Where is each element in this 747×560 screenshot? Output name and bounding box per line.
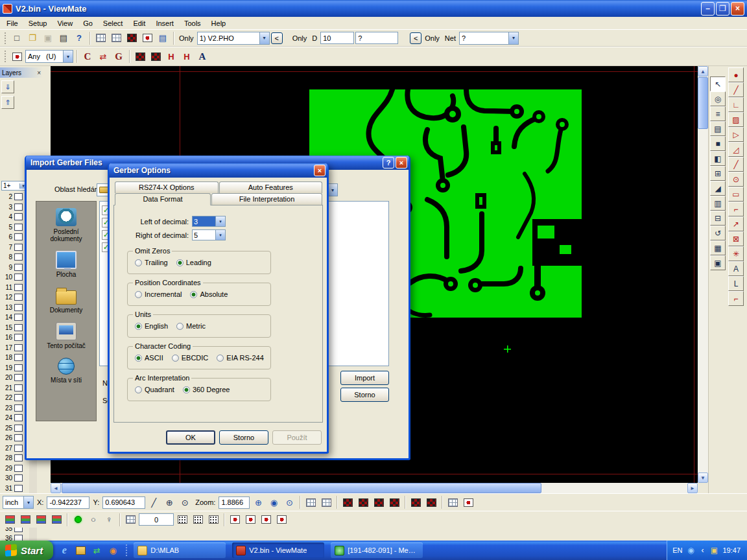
- zoom-field[interactable]: 1.8866: [219, 496, 250, 509]
- browser-quicklaunch-icon[interactable]: ◉: [106, 543, 120, 557]
- layer-stack-1-icon[interactable]: [3, 513, 17, 527]
- line-tool-icon[interactable]: ╱: [728, 82, 744, 97]
- zoom-select-icon[interactable]: ◉: [267, 495, 281, 509]
- place-documents[interactable]: Dokumenty: [38, 286, 95, 314]
- net-select-combo[interactable]: ? ▾: [459, 32, 519, 45]
- layer-swatch[interactable]: [14, 445, 23, 452]
- pad-tool-icon[interactable]: ●: [728, 67, 744, 82]
- layer-swatch[interactable]: [14, 374, 23, 381]
- taskbar-task-d-mlab[interactable]: D:\MLAB: [134, 542, 226, 558]
- zigzag-tool-icon[interactable]: ↗: [728, 216, 744, 231]
- scroll-down-icon[interactable]: ▼: [698, 472, 708, 483]
- radio-360-degree[interactable]: 360 Degree: [183, 386, 230, 393]
- select-mode-icon[interactable]: [10, 49, 24, 64]
- layer-swatch[interactable]: [14, 253, 23, 261]
- tab-auto-features[interactable]: Auto Features: [219, 181, 323, 193]
- dialog-close-button[interactable]: ×: [396, 157, 407, 169]
- dropdown-arrow-icon[interactable]: ▾: [63, 51, 73, 62]
- menu-setup[interactable]: Setup: [23, 18, 53, 29]
- l-text-tool-icon[interactable]: L: [728, 276, 744, 291]
- radio-leading[interactable]: Leading: [176, 259, 211, 266]
- canvas-vscrollbar[interactable]: ▲ ▼: [698, 66, 708, 483]
- radio-ascii[interactable]: ASCII: [135, 354, 163, 362]
- menu-go[interactable]: Go: [78, 18, 98, 29]
- j-arc-tool-icon[interactable]: ⌐: [728, 291, 744, 306]
- block-select-icon[interactable]: ■: [710, 136, 726, 151]
- red-dot-2-icon[interactable]: [243, 513, 257, 527]
- pad-filter-1-icon[interactable]: [340, 495, 355, 509]
- dcode-input[interactable]: 10: [320, 32, 354, 44]
- radio-trailing[interactable]: Trailing: [135, 259, 168, 266]
- thin-line-tool-icon[interactable]: ╱: [728, 157, 744, 172]
- array-icon[interactable]: ▥: [710, 196, 726, 211]
- trace-filter-1-icon[interactable]: [424, 495, 438, 509]
- layer-stack-2-icon[interactable]: [18, 513, 32, 527]
- cancel-button[interactable]: Storno: [219, 430, 268, 445]
- layer-swatch[interactable]: [14, 485, 23, 492]
- start-button[interactable]: Start: [0, 541, 53, 560]
- tray-app-icon[interactable]: ▣: [709, 545, 719, 555]
- language-indicator[interactable]: EN: [672, 546, 682, 554]
- zoom-window-icon[interactable]: ◎: [710, 91, 726, 106]
- circle-tool-icon[interactable]: ⊙: [728, 172, 744, 187]
- scan-icon[interactable]: [140, 31, 154, 45]
- canvas-hscrollbar[interactable]: ◄ ►: [51, 483, 698, 493]
- layer-row-29[interactable]: 29: [1, 463, 29, 474]
- place-desktop[interactable]: Plocha: [38, 251, 95, 278]
- layer-swatch[interactable]: [14, 284, 23, 291]
- layer-swatch[interactable]: [14, 425, 23, 432]
- layer-swatch[interactable]: [14, 394, 23, 401]
- tray-hidden-chevron-icon[interactable]: ‹: [697, 545, 707, 555]
- layer-list-icon[interactable]: ≡: [710, 106, 726, 121]
- text-tool-icon[interactable]: A: [728, 261, 744, 276]
- taskbar-task-191-482-091-mess[interactable]: [191-482-091] - Mess...: [331, 542, 423, 558]
- dialog-close-button[interactable]: ×: [314, 165, 326, 176]
- menu-view[interactable]: View: [52, 18, 78, 29]
- layer-stack-3-icon[interactable]: [34, 513, 48, 527]
- menu-file[interactable]: File: [1, 18, 23, 29]
- import-button[interactable]: Import: [340, 371, 389, 385]
- highlight-pattern-icon[interactable]: [133, 49, 147, 64]
- prev-layer-button[interactable]: <: [271, 32, 283, 44]
- gerber-dialog-titlebar[interactable]: Gerber Options ×: [109, 163, 327, 178]
- red-dot-4-icon[interactable]: [274, 513, 289, 527]
- x-coordinate-field[interactable]: -0.942237: [47, 496, 89, 509]
- pad-filter-5-icon[interactable]: [409, 495, 423, 509]
- layer-swatch[interactable]: [14, 474, 23, 482]
- layer-swatch[interactable]: [14, 404, 23, 412]
- layer-swatch[interactable]: [14, 324, 23, 331]
- grid-b-icon[interactable]: [319, 495, 333, 509]
- layer-swatch[interactable]: [14, 274, 23, 281]
- probe2-icon[interactable]: ♀: [102, 513, 116, 527]
- layer-row-30[interactable]: 30: [1, 473, 29, 484]
- filter-combo[interactable]: Any (U) ▾: [25, 50, 73, 63]
- menu-insert[interactable]: Insert: [150, 18, 179, 29]
- report-icon[interactable]: ▤: [156, 31, 170, 45]
- aperture-table-icon[interactable]: [109, 31, 123, 45]
- layer-swatch[interactable]: [14, 454, 23, 461]
- dialog-help-button[interactable]: ?: [383, 157, 394, 169]
- layer-down-button[interactable]: ⇓: [1, 80, 14, 93]
- clear-highlight-icon[interactable]: C: [80, 49, 95, 64]
- open-file-icon[interactable]: ❐: [25, 31, 40, 45]
- swap-layers-icon[interactable]: ⇄: [96, 49, 110, 64]
- tab-rs274-x-options[interactable]: RS274-X Options: [115, 181, 219, 193]
- dot-grid-3-icon[interactable]: [206, 513, 220, 527]
- layer-swatch[interactable]: [14, 384, 23, 391]
- origin-target-icon[interactable]: ⊕: [162, 495, 176, 509]
- layer-swatch[interactable]: [14, 193, 23, 200]
- layer-swatch[interactable]: [14, 434, 23, 441]
- radio-english[interactable]: English: [135, 322, 168, 330]
- refresh-quicklaunch-icon[interactable]: ⇄: [89, 543, 104, 557]
- dropdown-arrow-icon[interactable]: ▾: [327, 184, 337, 196]
- measure-diagonal-icon[interactable]: ╱: [147, 495, 161, 509]
- tray-network-icon[interactable]: ◉: [685, 545, 696, 555]
- goto-icon[interactable]: G: [112, 49, 126, 64]
- active-layer-combo[interactable]: 1+ ▾: [1, 181, 27, 191]
- layer-swatch[interactable]: [14, 354, 23, 361]
- layer-up-button[interactable]: ⇑: [1, 96, 14, 109]
- dropdown-arrow-icon[interactable]: ▾: [508, 32, 518, 44]
- grid-value-field[interactable]: 0: [139, 513, 174, 526]
- pad-filter-3-icon[interactable]: [372, 495, 386, 509]
- print-icon[interactable]: ▤: [56, 31, 71, 45]
